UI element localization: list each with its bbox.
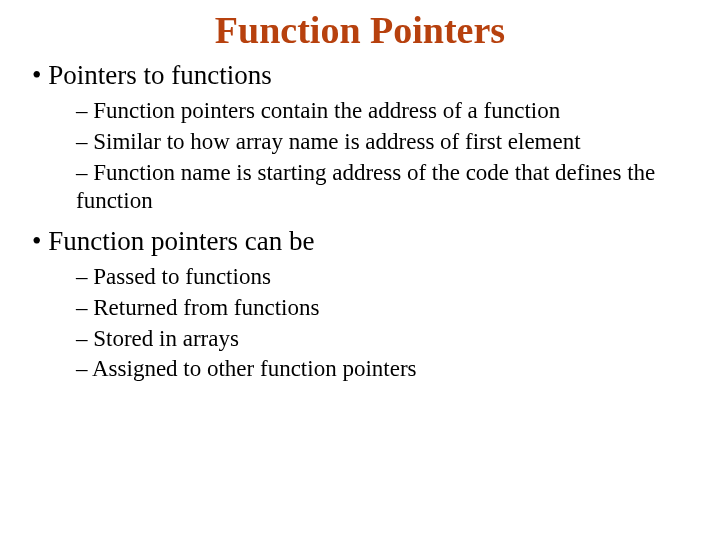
slide-title: Function Pointers xyxy=(24,8,696,52)
sub-bullet-item: Similar to how array name is address of … xyxy=(76,128,696,157)
bullet-item: Pointers to functions Function pointers … xyxy=(32,60,696,216)
sub-bullet-item: Function pointers contain the address of… xyxy=(76,97,696,126)
sub-bullet-list: Function pointers contain the address of… xyxy=(32,97,696,216)
slide: Function Pointers Pointers to functions … xyxy=(0,0,720,540)
sub-bullet-item: Assigned to other function pointers xyxy=(76,355,696,384)
bullet-label: Pointers to functions xyxy=(48,60,272,90)
bullet-item: Function pointers can be Passed to funct… xyxy=(32,226,696,384)
sub-bullet-item: Stored in arrays xyxy=(76,325,696,354)
sub-bullet-item: Returned from functions xyxy=(76,294,696,323)
sub-bullet-list: Passed to functions Returned from functi… xyxy=(32,263,696,384)
bullet-label: Function pointers can be xyxy=(48,226,314,256)
sub-bullet-item: Passed to functions xyxy=(76,263,696,292)
bullet-list: Pointers to functions Function pointers … xyxy=(24,60,696,384)
sub-bullet-item: Function name is starting address of the… xyxy=(76,159,696,217)
